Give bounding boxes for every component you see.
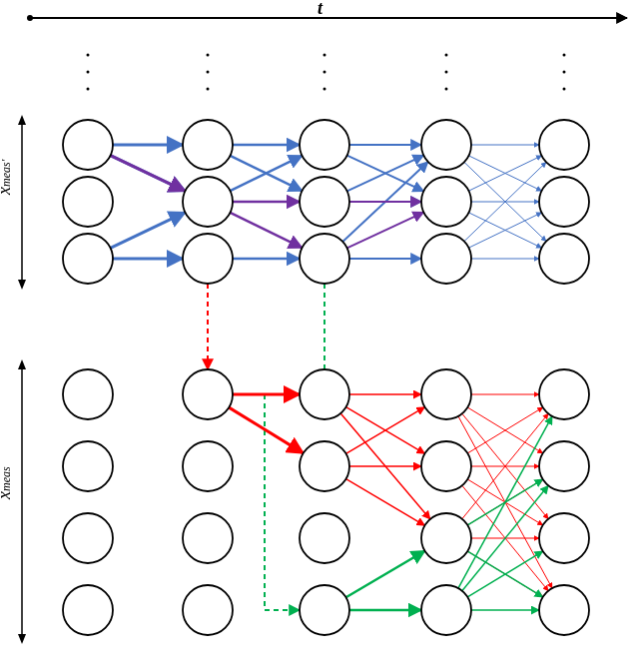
svg-line-49 — [230, 213, 302, 248]
svg-point-90 — [421, 120, 471, 170]
svg-point-84 — [183, 120, 233, 170]
svg-point-98 — [63, 513, 113, 563]
svg-point-111 — [421, 585, 471, 635]
svg-point-17 — [323, 88, 326, 91]
svg-point-103 — [183, 585, 233, 635]
diagram-svg — [0, 0, 639, 672]
axis-upper-var: x — [0, 187, 14, 195]
svg-point-112 — [539, 369, 589, 419]
svg-point-100 — [183, 369, 233, 419]
svg-point-87 — [300, 120, 349, 170]
axis-lower-sub: meas — [0, 466, 13, 491]
svg-point-1 — [27, 15, 33, 21]
svg-marker-5 — [18, 280, 26, 290]
svg-point-101 — [183, 441, 233, 491]
svg-point-13 — [207, 71, 210, 74]
svg-point-106 — [300, 513, 349, 563]
svg-line-26 — [111, 213, 186, 249]
svg-point-86 — [183, 234, 233, 284]
svg-point-18 — [445, 54, 448, 57]
svg-point-89 — [300, 234, 349, 284]
svg-point-114 — [539, 513, 589, 563]
svg-marker-8 — [18, 634, 26, 644]
svg-point-110 — [421, 513, 471, 563]
svg-point-83 — [63, 234, 113, 284]
svg-point-12 — [207, 54, 210, 57]
svg-marker-2 — [617, 13, 627, 23]
svg-point-91 — [421, 177, 471, 227]
svg-point-102 — [183, 513, 233, 563]
svg-point-22 — [563, 71, 566, 74]
svg-point-21 — [563, 54, 566, 57]
svg-point-82 — [63, 177, 113, 227]
svg-point-92 — [421, 234, 471, 284]
svg-point-109 — [421, 441, 471, 491]
svg-marker-7 — [18, 359, 26, 369]
svg-point-115 — [539, 585, 589, 635]
svg-marker-4 — [18, 115, 26, 125]
svg-line-54 — [229, 407, 303, 453]
axis-upper-sub: meas' — [0, 160, 13, 187]
svg-point-94 — [539, 177, 589, 227]
svg-point-15 — [323, 54, 326, 57]
svg-point-20 — [445, 88, 448, 91]
svg-line-60 — [346, 479, 425, 526]
svg-point-10 — [87, 71, 90, 74]
svg-point-23 — [563, 88, 566, 91]
axis-label-lower: xmeas — [0, 466, 15, 499]
svg-point-16 — [323, 71, 326, 74]
svg-point-96 — [63, 369, 113, 419]
svg-line-47 — [111, 156, 186, 192]
svg-point-11 — [87, 88, 90, 91]
axis-label-t: t — [318, 0, 322, 19]
svg-point-108 — [421, 369, 471, 419]
svg-point-107 — [300, 585, 349, 635]
svg-point-104 — [300, 369, 349, 419]
svg-point-9 — [87, 54, 90, 57]
svg-point-97 — [63, 441, 113, 491]
svg-point-105 — [300, 441, 349, 491]
svg-point-85 — [183, 177, 233, 227]
svg-point-81 — [63, 120, 113, 170]
axis-label-upper: xmeas' — [0, 160, 15, 195]
axis-lower-var: x — [0, 491, 14, 499]
svg-point-88 — [300, 177, 349, 227]
svg-point-113 — [539, 441, 589, 491]
svg-line-73 — [346, 551, 425, 598]
svg-point-14 — [207, 88, 210, 91]
svg-line-51 — [347, 213, 424, 249]
svg-point-19 — [445, 71, 448, 74]
svg-point-93 — [539, 120, 589, 170]
svg-point-95 — [539, 234, 589, 284]
svg-point-99 — [63, 585, 113, 635]
